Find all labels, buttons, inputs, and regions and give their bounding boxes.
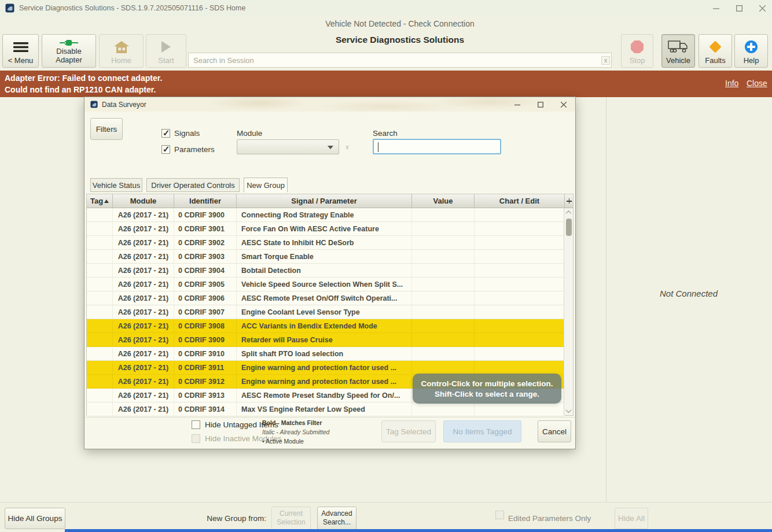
hide-inactive-modules-checkbox[interactable] [192, 434, 200, 443]
value-cell[interactable] [412, 278, 475, 291]
tag-cell[interactable] [87, 402, 113, 416]
column-header-value[interactable]: Value [412, 194, 475, 208]
column-header-signal-parameter[interactable]: Signal / Parameter [237, 194, 412, 208]
chart-edit-cell[interactable] [475, 402, 565, 416]
tab-new-group[interactable]: New Group [244, 178, 288, 193]
hide-all-groups-button[interactable]: Hide All Groups [5, 508, 65, 529]
cancel-button[interactable]: Cancel [538, 420, 571, 442]
column-header-module[interactable]: Module [113, 194, 174, 208]
chart-edit-cell[interactable] [475, 347, 565, 360]
menu-button[interactable]: < Menu [2, 34, 39, 68]
value-cell[interactable] [412, 236, 475, 249]
dialog-search-input[interactable] [373, 139, 501, 154]
start-button[interactable]: Start [146, 34, 186, 68]
scroll-down-button[interactable] [564, 407, 573, 415]
disable-adapter-button[interactable]: Disable Adapter [42, 34, 96, 68]
tag-cell[interactable] [87, 278, 113, 291]
search-session-clear-button[interactable]: x [601, 56, 610, 65]
hide-all-button[interactable]: Hide All [615, 508, 648, 529]
chart-edit-cell[interactable] [475, 291, 565, 305]
tag-cell[interactable] [87, 250, 113, 263]
chart-edit-cell[interactable] [475, 278, 565, 291]
vehicle-button[interactable]: Vehicle [661, 34, 695, 68]
tag-cell[interactable] [87, 347, 113, 360]
dialog-close-button[interactable] [554, 97, 573, 112]
help-button[interactable]: Help [734, 34, 768, 68]
tag-cell[interactable] [87, 319, 113, 332]
tag-cell[interactable] [87, 375, 113, 388]
value-cell[interactable] [412, 319, 475, 332]
value-cell[interactable] [412, 208, 475, 221]
no-items-tagged-button[interactable]: No Items Tagged [443, 420, 521, 442]
filters-button[interactable]: Filters [90, 118, 123, 140]
table-row[interactable]: A26 (2017 - 21) 0 CDRIF 3901 Force Fan O… [87, 222, 565, 236]
tag-cell[interactable] [87, 208, 113, 221]
home-button[interactable]: Home [99, 34, 144, 68]
chart-edit-cell[interactable] [475, 333, 565, 346]
hide-untagged-items-checkbox[interactable] [192, 420, 200, 429]
minimize-button[interactable] [706, 0, 726, 16]
scroll-up-button[interactable] [564, 208, 573, 217]
table-row[interactable]: A26 (2017 - 21) 0 CDRIF 3911 Engine warn… [87, 361, 565, 375]
tab-vehicle-status[interactable]: Vehicle Status [90, 178, 142, 192]
parameters-checkbox[interactable] [161, 145, 170, 154]
table-row[interactable]: A26 (2017 - 21) 0 CDRIF 3910 Split shaft… [87, 347, 565, 361]
dialog-maximize-button[interactable] [531, 97, 550, 112]
faults-button[interactable]: Faults [699, 34, 732, 68]
table-row[interactable]: A26 (2017 - 21) 0 CDRIF 3909 Retarder wi… [87, 333, 565, 347]
tag-cell[interactable] [87, 236, 113, 249]
search-in-session-input[interactable] [188, 53, 612, 68]
dialog-minimize-button[interactable] [508, 97, 527, 112]
maximize-button[interactable] [729, 0, 749, 16]
add-column-button[interactable] [565, 194, 573, 208]
tab-driver-operated-controls[interactable]: Driver Operated Controls [146, 178, 240, 192]
chart-edit-cell[interactable] [475, 361, 565, 374]
table-row[interactable]: A26 (2017 - 21) 0 CDRIF 3904 Bobtail Det… [87, 264, 565, 278]
edited-parameters-only-checkbox[interactable] [495, 511, 504, 519]
value-cell[interactable] [412, 222, 475, 235]
tag-cell[interactable] [87, 305, 113, 319]
advanced-search-button[interactable]: Advanced Search... [317, 507, 356, 530]
chart-edit-cell[interactable] [475, 236, 565, 249]
tag-cell[interactable] [87, 361, 113, 374]
value-cell[interactable] [412, 402, 475, 416]
value-cell[interactable] [412, 361, 475, 374]
close-button[interactable] [752, 0, 772, 16]
chart-edit-cell[interactable] [475, 264, 565, 277]
tag-selected-button[interactable]: Tag Selected [381, 420, 436, 442]
signals-checkbox[interactable] [161, 129, 170, 138]
value-cell[interactable] [412, 333, 475, 346]
module-dropdown[interactable] [237, 139, 339, 154]
column-header-identifier[interactable]: Identifier [174, 194, 237, 208]
chart-edit-cell[interactable] [475, 305, 565, 319]
table-row[interactable]: A26 (2017 - 21) 0 CDRIF 3907 Engine Cool… [87, 305, 565, 319]
value-cell[interactable] [412, 305, 475, 319]
value-cell[interactable] [412, 291, 475, 305]
value-cell[interactable] [412, 250, 475, 263]
scrollbar-thumb[interactable] [566, 219, 572, 236]
table-row[interactable]: A26 (2017 - 21) 0 CDRIF 3905 Vehicle Spe… [87, 278, 565, 291]
table-row[interactable]: A26 (2017 - 21) 0 CDRIF 3902 AESC State … [87, 236, 565, 250]
table-row[interactable]: A26 (2017 - 21) 0 CDRIF 3908 ACC Variant… [87, 319, 565, 333]
column-header-tag[interactable]: Tag [87, 194, 113, 208]
tag-cell[interactable] [87, 333, 113, 346]
tag-cell[interactable] [87, 291, 113, 305]
value-cell[interactable] [412, 347, 475, 360]
table-row[interactable]: A26 (2017 - 21) 0 CDRIF 3914 Max VS Engi… [87, 402, 565, 416]
tag-cell[interactable] [87, 222, 113, 235]
column-header-chart-edit[interactable]: Chart / Edit [475, 194, 565, 208]
error-info-link[interactable]: Info [725, 79, 738, 88]
error-close-link[interactable]: Close [747, 79, 767, 88]
tag-cell[interactable] [87, 264, 113, 277]
chart-edit-cell[interactable] [475, 250, 565, 263]
table-row[interactable]: A26 (2017 - 21) 0 CDRIF 3903 Smart Torqu… [87, 250, 565, 264]
table-row[interactable]: A26 (2017 - 21) 0 CDRIF 3906 AESC Remote… [87, 291, 565, 305]
tag-cell[interactable] [87, 389, 113, 402]
chart-edit-cell[interactable] [475, 319, 565, 332]
stop-button[interactable]: Stop [621, 34, 653, 68]
current-selection-button[interactable]: Current Selection [271, 507, 311, 530]
module-clear-button[interactable]: x [343, 141, 351, 153]
chart-edit-cell[interactable] [475, 208, 565, 221]
table-scrollbar[interactable] [564, 208, 573, 415]
table-row[interactable]: A26 (2017 - 21) 0 CDRIF 3900 Connecting … [87, 208, 565, 222]
